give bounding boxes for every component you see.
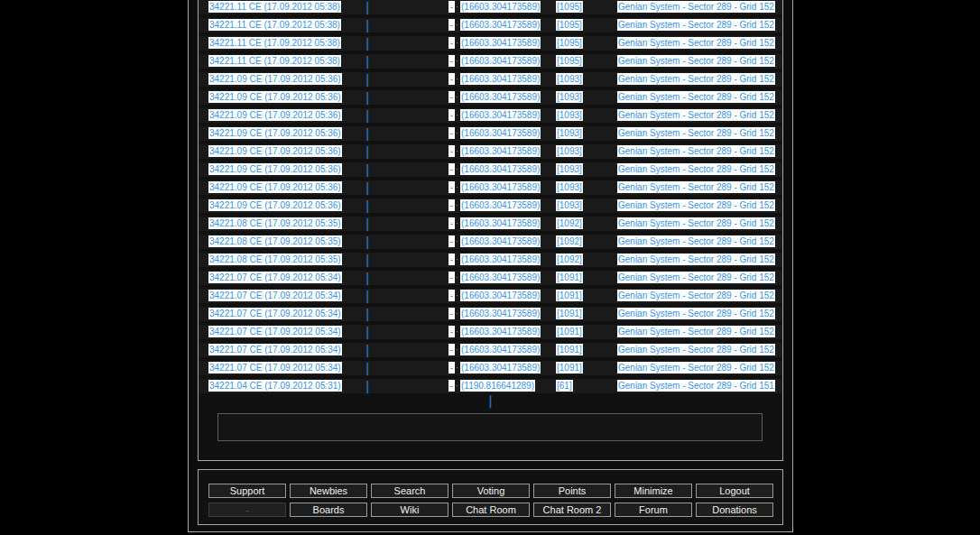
log-timestamp-link[interactable]: 34221.04 CE (17.09.2012 05:31) [208, 380, 342, 392]
log-timestamp-link[interactable]: 34221.07 CE (17.09.2012 05:34) [208, 308, 342, 319]
log-dash-link[interactable]: - [448, 217, 455, 229]
log-location-link[interactable]: Genian System - Sector 289 - Grid 152 [617, 272, 775, 283]
log-timestamp-link[interactable]: 34221.11 CE (17.09.2012 05:38) [208, 37, 341, 49]
log-dash-link[interactable]: - [448, 290, 455, 301]
log-location-link[interactable]: Genian System - Sector 289 - Grid 151 [617, 380, 775, 392]
footer-button-points[interactable]: Points [533, 484, 611, 498]
log-power-link[interactable]: (16603.304173589) [460, 254, 541, 265]
log-power-link[interactable]: (16603.304173589) [460, 127, 541, 139]
log-count-link[interactable]: [1092] [556, 254, 583, 265]
footer-button-chat-room[interactable]: Chat Room [452, 503, 530, 517]
log-dash-link[interactable]: - [448, 326, 455, 337]
footer-button-wiki[interactable]: Wiki [371, 503, 448, 517]
log-power-link[interactable]: (16603.304173589) [460, 290, 541, 301]
log-timestamp-link[interactable]: 34221.09 CE (17.09.2012 05:36) [208, 163, 342, 175]
footer-button-voting[interactable]: Voting [452, 484, 530, 498]
log-dash-link[interactable]: - [448, 1, 455, 13]
log-location-link[interactable]: Genian System - Sector 289 - Grid 152 [617, 254, 775, 265]
footer-button-newbies[interactable]: Newbies [290, 484, 367, 498]
log-dash-link[interactable]: - [448, 380, 455, 392]
log-power-link[interactable]: (16603.304173589) [460, 362, 541, 374]
log-power-link[interactable]: (16603.304173589) [460, 1, 541, 13]
footer-button-logout[interactable]: Logout [696, 484, 773, 498]
log-dash-link[interactable]: - [448, 55, 455, 67]
log-count-link[interactable]: [1092] [556, 217, 583, 229]
footer-button-minimize[interactable]: Minimize [615, 484, 692, 498]
log-count-link[interactable]: [1093] [556, 73, 583, 85]
message-input[interactable] [217, 413, 763, 441]
log-count-link[interactable]: [1095] [556, 37, 583, 49]
log-dash-link[interactable]: - [448, 19, 455, 31]
footer-button-chat-room-2[interactable]: Chat Room 2 [533, 503, 611, 517]
log-location-link[interactable]: Genian System - Sector 289 - Grid 152 [617, 181, 775, 193]
log-count-link[interactable]: [1093] [556, 163, 583, 175]
log-count-link[interactable]: [1093] [556, 127, 583, 139]
log-location-link[interactable]: Genian System - Sector 289 - Grid 152 [617, 326, 775, 337]
log-count-link[interactable]: [1093] [556, 109, 583, 121]
log-location-link[interactable]: Genian System - Sector 289 - Grid 152 [617, 55, 775, 67]
log-power-link[interactable]: (16603.304173589) [460, 19, 541, 31]
log-dash-link[interactable]: - [448, 37, 455, 49]
log-location-link[interactable]: Genian System - Sector 289 - Grid 152 [617, 217, 775, 229]
log-timestamp-link[interactable]: 34221.08 CE (17.09.2012 05:35) [208, 254, 342, 265]
log-count-link[interactable]: [1091] [556, 362, 583, 374]
log-location-link[interactable]: Genian System - Sector 289 - Grid 152 [617, 19, 775, 31]
log-count-link[interactable]: [1091] [556, 326, 583, 337]
log-timestamp-link[interactable]: 34221.11 CE (17.09.2012 05:38) [208, 55, 341, 67]
log-dash-link[interactable]: - [448, 109, 455, 121]
log-timestamp-link[interactable]: 34221.08 CE (17.09.2012 05:35) [208, 217, 342, 229]
log-dash-link[interactable]: - [448, 163, 455, 175]
log-count-link[interactable]: [1091] [556, 272, 583, 283]
log-count-link[interactable]: [1091] [556, 290, 583, 301]
log-timestamp-link[interactable]: 34221.08 CE (17.09.2012 05:35) [208, 235, 342, 247]
log-location-link[interactable]: Genian System - Sector 289 - Grid 152 [617, 235, 775, 247]
log-power-link[interactable]: (16603.304173589) [460, 73, 541, 85]
log-dash-link[interactable]: - [448, 181, 455, 193]
footer-button-forum[interactable]: Forum [615, 503, 692, 517]
log-timestamp-link[interactable]: 34221.09 CE (17.09.2012 05:36) [208, 199, 342, 211]
log-power-link[interactable]: (16603.304173589) [460, 37, 541, 49]
log-power-link[interactable]: (16603.304173589) [460, 163, 541, 175]
log-count-link[interactable]: [1093] [556, 181, 583, 193]
log-timestamp-link[interactable]: 34221.09 CE (17.09.2012 05:36) [208, 91, 342, 103]
log-power-link[interactable]: (16603.304173589) [460, 344, 541, 355]
log-power-link[interactable]: (16603.304173589) [460, 235, 541, 247]
log-power-link[interactable]: (1190.816641289) [460, 380, 535, 392]
log-dash-link[interactable]: - [448, 127, 455, 139]
log-power-link[interactable]: (16603.304173589) [460, 91, 541, 103]
log-dash-link[interactable]: - [448, 344, 455, 355]
log-dash-link[interactable]: - [448, 254, 455, 265]
log-location-link[interactable]: Genian System - Sector 289 - Grid 152 [617, 362, 775, 374]
log-timestamp-link[interactable]: 34221.11 CE (17.09.2012 05:38) [208, 1, 341, 13]
log-location-link[interactable]: Genian System - Sector 289 - Grid 152 [617, 199, 775, 211]
log-count-link[interactable]: [1091] [556, 308, 583, 319]
log-location-link[interactable]: Genian System - Sector 289 - Grid 152 [617, 1, 775, 13]
log-location-link[interactable]: Genian System - Sector 289 - Grid 152 [617, 109, 775, 121]
log-power-link[interactable]: (16603.304173589) [460, 199, 541, 211]
log-power-link[interactable]: (16603.304173589) [460, 308, 541, 319]
log-location-link[interactable]: Genian System - Sector 289 - Grid 152 [617, 127, 775, 139]
log-dash-link[interactable]: - [448, 235, 455, 247]
log-dash-link[interactable]: - [448, 91, 455, 103]
log-dash-link[interactable]: - [448, 362, 455, 374]
log-power-link[interactable]: (16603.304173589) [460, 181, 541, 193]
log-dash-link[interactable]: - [448, 199, 455, 211]
log-count-link[interactable]: [1093] [556, 145, 583, 157]
log-count-link[interactable]: [1095] [556, 19, 583, 31]
log-timestamp-link[interactable]: 34221.09 CE (17.09.2012 05:36) [208, 181, 342, 193]
log-dash-link[interactable]: - [448, 73, 455, 85]
log-timestamp-link[interactable]: 34221.09 CE (17.09.2012 05:36) [208, 73, 342, 85]
log-count-link[interactable]: [1093] [556, 91, 583, 103]
log-power-link[interactable]: (16603.304173589) [460, 272, 541, 283]
log-timestamp-link[interactable]: 34221.07 CE (17.09.2012 05:34) [208, 290, 342, 301]
log-power-link[interactable]: (16603.304173589) [460, 55, 541, 67]
log-location-link[interactable]: Genian System - Sector 289 - Grid 152 [617, 290, 775, 301]
log-location-link[interactable]: Genian System - Sector 289 - Grid 152 [617, 163, 775, 175]
log-timestamp-link[interactable]: 34221.09 CE (17.09.2012 05:36) [208, 127, 342, 139]
log-timestamp-link[interactable]: 34221.07 CE (17.09.2012 05:34) [208, 344, 342, 355]
log-dash-link[interactable]: - [448, 272, 455, 283]
log-location-link[interactable]: Genian System - Sector 289 - Grid 152 [617, 37, 775, 49]
log-location-link[interactable]: Genian System - Sector 289 - Grid 152 [617, 308, 775, 319]
log-dash-link[interactable]: - [448, 308, 455, 319]
footer-button-donations[interactable]: Donations [696, 503, 773, 517]
